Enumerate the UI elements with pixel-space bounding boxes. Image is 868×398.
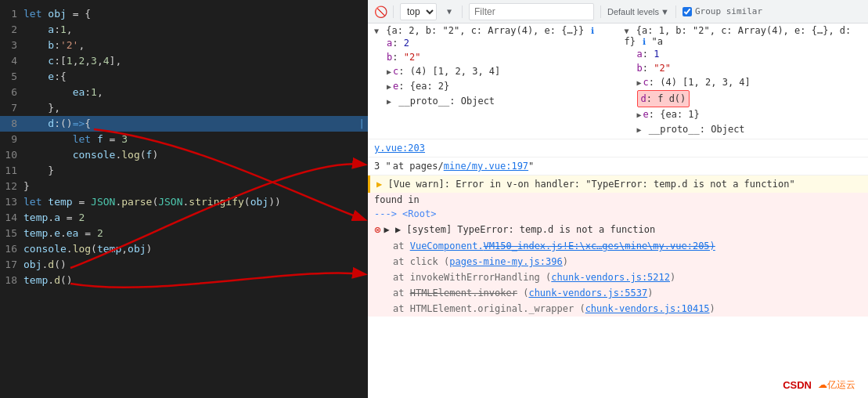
obj-prop-d[interactable]: d: f d() xyxy=(637,90,690,107)
obj-prop-e[interactable]: ▶e: {ea: 1} xyxy=(625,107,863,122)
info-icon-1: ℹ xyxy=(591,26,594,36)
code-line-3: 3 b:'2', xyxy=(0,38,368,53)
obj-proto[interactable]: ▶ __proto__: Object xyxy=(625,122,863,137)
group-similar-checkbox[interactable] xyxy=(683,7,692,16)
obj-prop-c[interactable]: ▶c: (4) [1, 2, 3, 4] xyxy=(625,75,863,90)
chevron-down-icon[interactable]: ▼ xyxy=(443,5,456,18)
code-line-14: 14 temp.a = 2 xyxy=(0,210,368,226)
yiyun-logo: ☁亿运云 xyxy=(818,378,855,392)
block-icon[interactable]: 🚫 xyxy=(374,5,387,18)
stack-link-4[interactable]: chunk-vendors.js:5537 xyxy=(528,288,647,298)
code-line-7: 7 }, xyxy=(0,100,368,116)
footer-watermark: CSDN ☁亿运云 xyxy=(783,378,855,392)
code-line-5: 5 e:{ xyxy=(0,69,368,85)
vue-warn-line: ▶ [Vue warn]: Error in v-on handler: "Ty… xyxy=(368,175,868,193)
stack-trace-2: at click (pages-mine-my.js:396) xyxy=(368,254,868,270)
code-editor: 1 let obj = { 2 a:1, 3 b:'2', 4 c:[1,2,3… xyxy=(0,0,368,398)
levels-button[interactable]: Default levels ▼ xyxy=(607,3,669,20)
obj-object-block: ▼ {a: 1, b: "2", c: Array(4), e: {…}, d:… xyxy=(625,25,863,137)
error-circle-icon: ⊗ xyxy=(374,223,380,236)
stack-link-3[interactable]: chunk-vendors.js:5212 xyxy=(551,272,670,283)
obj-object-header[interactable]: ▼ {a: 1, b: "2", c: Array(4), e: {…}, d:… xyxy=(625,25,863,47)
temp-object-block: ▼ {a: 2, b: "2", c: Array(4), e: {…}} ℹ … xyxy=(374,25,612,137)
code-line-6: 6 ea:1, xyxy=(0,85,368,100)
csdn-logo: CSDN xyxy=(783,379,812,391)
code-line-11: 11 } xyxy=(0,163,368,179)
toolbar-separator-4 xyxy=(675,5,676,18)
code-line-4: 4 c:[1,2,3,4], xyxy=(0,53,368,69)
mine-link[interactable]: mine/my.vue:197 xyxy=(444,159,528,173)
object-log-row: ▼ {a: 2, b: "2", c: Array(4), e: {…}} ℹ … xyxy=(368,24,868,139)
temp-object-header[interactable]: ▼ {a: 2, b: "2", c: Array(4), e: {…}} ℹ xyxy=(374,25,612,36)
console-content[interactable]: ▼ {a: 2, b: "2", c: Array(4), e: {…}} ℹ … xyxy=(368,24,868,398)
toolbar-separator-3 xyxy=(600,5,601,18)
temp-prop-b: b: "2" xyxy=(374,50,612,64)
stack-trace-3: at invokeWithErrorHandling (chunk-vendor… xyxy=(368,270,868,285)
stack-link-1[interactable]: VueComponent.VM150_index.js!E:\xc…ges\mi… xyxy=(410,241,715,251)
filter-input[interactable] xyxy=(469,3,594,20)
toolbar-separator-1 xyxy=(393,5,394,18)
stack-trace-1: at VueComponent.VM150_index.js!E:\xc…ges… xyxy=(368,238,868,254)
code-line-17: 17 obj.d() xyxy=(0,257,368,273)
temp-prop-c[interactable]: ▶c: (4) [1, 2, 3, 4] xyxy=(374,64,612,79)
found-in-line: found in xyxy=(368,193,868,207)
system-error-line: ⊗ ▶ ▶ [system] TypeError: temp.d is not … xyxy=(368,221,868,238)
context-selector[interactable]: top xyxy=(400,3,437,20)
stack-trace-4: at HTMLElement.invoker (chunk-vendors.js… xyxy=(368,285,868,301)
obj-prop-b: b: "2" xyxy=(625,61,863,75)
stack-link-2[interactable]: pages-mine-my.js:396 xyxy=(449,256,563,267)
source-link[interactable]: y.vue:203 xyxy=(374,141,425,155)
temp-prop-a: a: 2 xyxy=(374,36,612,50)
obj-prop-a: a: 1 xyxy=(625,47,863,61)
root-line: ---> <Root> xyxy=(368,207,868,221)
temp-proto[interactable]: ▶ __proto__: Object xyxy=(374,94,612,109)
code-line-8: 8 d:()=>{ | xyxy=(0,116,368,132)
code-line-1: 1 let obj = { xyxy=(0,6,368,22)
toolbar-separator-2 xyxy=(462,5,463,18)
code-line-12: 12 } xyxy=(0,179,368,194)
code-line-9: 9 let f = 3 xyxy=(0,132,368,147)
log-output-line: 3 " at pages/mine/my.vue:197" xyxy=(368,157,868,175)
devtools-toolbar: 🚫 top ▼ Default levels ▼ Group similar xyxy=(368,0,868,24)
source-line: y.vue:203 xyxy=(368,139,868,157)
info-icon-2: ℹ xyxy=(643,37,646,47)
stack-link-5[interactable]: chunk-vendors.js:10415 xyxy=(585,303,710,314)
code-line-16: 16 console.log(temp,obj) xyxy=(0,241,368,257)
code-line-2: 2 a:1, xyxy=(0,22,368,38)
code-line-10: 10 console.log(f) xyxy=(0,147,368,163)
code-line-15: 15 temp.e.ea = 2 xyxy=(0,226,368,241)
devtools-panel: 🚫 top ▼ Default levels ▼ Group similar ▼… xyxy=(368,0,868,398)
code-line-18: 18 temp.d() xyxy=(0,273,368,288)
stack-trace-5: at HTMLElement.original._wrapper (chunk-… xyxy=(368,301,868,317)
temp-prop-e[interactable]: ▶e: {ea: 2} xyxy=(374,79,612,94)
system-error-expand[interactable]: ▶ xyxy=(384,224,394,235)
group-similar-label[interactable]: Group similar xyxy=(683,6,762,16)
code-line-13: 13 let temp = JSON.parse(JSON.stringify(… xyxy=(0,194,368,210)
